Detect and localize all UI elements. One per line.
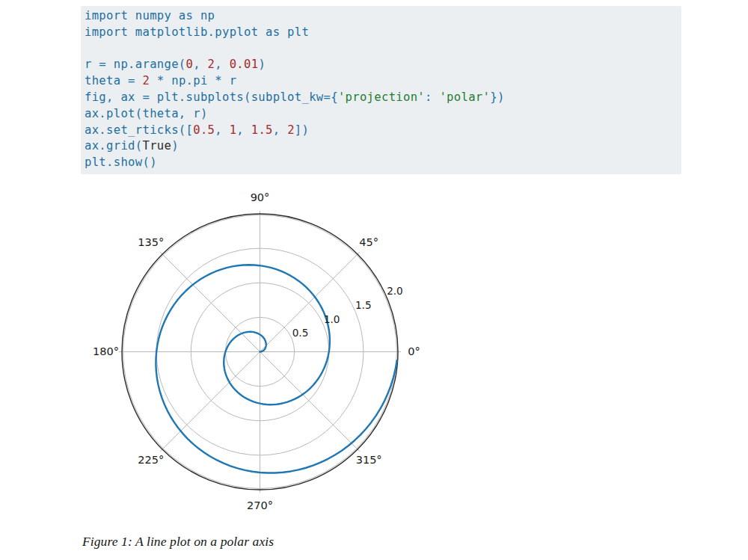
- code-token-number: 0.01: [230, 58, 259, 71]
- r-tick-label: 1.5: [355, 299, 371, 311]
- code-token-default: * np.pi * r: [150, 74, 236, 87]
- r-tick-label: 1.0: [324, 313, 340, 325]
- code-token-default: ,: [236, 123, 251, 137]
- code-token-default: theta =: [85, 74, 142, 87]
- code-line: fig, ax = plt.subplots(subplot_kw={'proj…: [85, 90, 674, 106]
- code-token-plain: True: [142, 139, 171, 153]
- code-token-default: import matplotlib.pyplot as plt: [85, 25, 309, 39]
- code-line: plt.show(): [85, 155, 674, 171]
- code-line: import numpy as np: [85, 8, 674, 25]
- code-token-default: ,: [215, 58, 229, 71]
- polar-figure: 0°45°90°135°180°225°270°315°0.51.01.52.0: [43, 187, 476, 516]
- code-token-default: ,: [215, 123, 229, 137]
- code-line: ax.plot(theta, r): [85, 106, 674, 123]
- theta-tick-labels: 0°45°90°135°180°225°270°315°: [93, 191, 420, 511]
- code-token-default: import numpy as np: [85, 9, 215, 22]
- document-page: import numpy as npimport matplotlib.pypl…: [0, 0, 748, 560]
- theta-tick-label: 90°: [251, 191, 270, 203]
- spiral-line: [156, 265, 396, 473]
- code-token-number: 2: [287, 123, 295, 137]
- code-line: [85, 41, 674, 58]
- code-token-default: ax.set_rticks([: [85, 123, 193, 137]
- code-line: import matplotlib.pyplot as plt: [85, 25, 674, 41]
- code-token-default: ,: [193, 58, 207, 71]
- code-token-default: ,: [273, 123, 287, 137]
- code-token-number: 2: [142, 74, 150, 87]
- code-line: ax.grid(True): [85, 138, 674, 155]
- code-token-default: ax.grid(: [85, 139, 142, 153]
- theta-gridline: [160, 352, 260, 452]
- code-token-default: ): [258, 58, 266, 71]
- code-token-default: ): [171, 139, 179, 153]
- theta-gridline: [260, 352, 360, 452]
- figure-caption: Figure 1: A line plot on a polar axis: [82, 534, 274, 550]
- code-line: r = np.arange(0, 2, 0.01): [85, 57, 674, 73]
- code-token-number: 1: [230, 123, 237, 137]
- code-token-default: }): [490, 90, 504, 104]
- code-line: ax.set_rticks([0.5, 1, 1.5, 2]): [85, 123, 674, 139]
- theta-tick-label: 270°: [247, 499, 273, 511]
- code-token-default: plt.show(): [85, 156, 157, 169]
- code-token-default: ax.plot(theta, r): [85, 107, 208, 120]
- theta-tick-label: 315°: [356, 454, 382, 466]
- code-line: theta = 2 * np.pi * r: [85, 73, 674, 90]
- theta-tick-label: 225°: [138, 454, 164, 466]
- theta-tick-label: 0°: [408, 345, 420, 357]
- code-token-string: 'projection': [338, 90, 425, 104]
- theta-gridline: [260, 252, 360, 351]
- r-tick-label: 2.0: [387, 285, 402, 297]
- code-token-number: 2: [208, 58, 215, 71]
- r-tick-labels: 0.51.01.52.0: [292, 285, 403, 339]
- code-token-number: 0: [186, 58, 194, 71]
- code-token-number: 1.5: [251, 123, 273, 137]
- code-token-string: 'polar': [439, 90, 490, 104]
- polar-chart: 0°45°90°135°180°225°270°315°0.51.01.52.0: [43, 187, 476, 516]
- theta-tick-label: 180°: [93, 345, 119, 357]
- code-block: import numpy as npimport matplotlib.pypl…: [81, 6, 681, 174]
- code-token-default: fig, ax = plt.subplots(subplot_kw={: [85, 90, 338, 104]
- code-token-default: ]): [295, 123, 309, 137]
- code-token-number: 0.5: [193, 123, 215, 137]
- r-tick-label: 0.5: [292, 327, 308, 339]
- code-token-default: :: [425, 90, 439, 104]
- code-token-default: r = np.arange(: [85, 58, 186, 71]
- theta-tick-label: 135°: [138, 236, 164, 248]
- theta-tick-label: 45°: [359, 236, 378, 248]
